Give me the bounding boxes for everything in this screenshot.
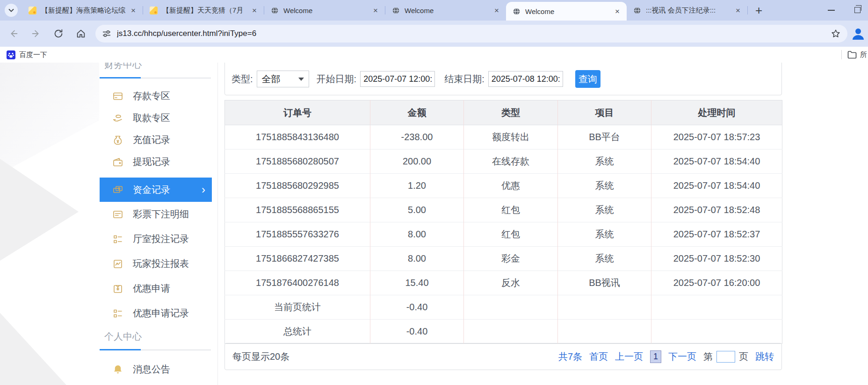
- current-page-badge[interactable]: 1: [650, 350, 661, 363]
- sidebar-item-label: 消息公告: [133, 363, 170, 376]
- tab-search-button[interactable]: [5, 4, 18, 17]
- window-minimize-button[interactable]: [828, 10, 835, 11]
- new-tab-button[interactable]: +: [755, 4, 762, 16]
- sidebar-item-lottery-bet-details[interactable]: 彩票下注明细: [100, 202, 212, 227]
- jump-suffix-label: 页: [739, 350, 748, 363]
- table-row: 1751885843136480 -238.00 额度转出 BB平台 2025-…: [225, 125, 782, 150]
- tab-close-icon[interactable]: ×: [250, 6, 259, 15]
- sidebar-item-recharge-records[interactable]: 充值记录: [100, 129, 212, 151]
- sidebar-item-withdraw-zone[interactable]: 取款专区: [100, 107, 212, 129]
- list-icon: [112, 308, 123, 319]
- bookmark-label: 百度一下: [19, 50, 47, 59]
- type-select-value: 全部: [262, 73, 298, 86]
- cell-amount: 1.20: [370, 174, 464, 198]
- globe-icon: [513, 7, 521, 15]
- browser-window: 【新提醒】海燕策略论坛综 × 【新提醒】天天竞猜（7月 × Welcome × …: [0, 0, 868, 385]
- home-button[interactable]: [75, 28, 87, 40]
- chevron-right-icon: ›: [202, 184, 205, 195]
- tab-close-icon[interactable]: ×: [371, 6, 380, 15]
- prev-page-link[interactable]: 上一页: [615, 350, 643, 363]
- profile-avatar-icon[interactable]: [851, 27, 865, 41]
- page-jump-group: 第 页: [703, 350, 748, 363]
- bank-card-icon: [112, 91, 123, 102]
- bookmarks-overflow[interactable]: 所: [841, 50, 868, 59]
- sidebar-item-label: 彩票下注明细: [133, 208, 189, 221]
- cell-order-no: 1751885843136480: [225, 125, 370, 150]
- window-restore-button[interactable]: [854, 7, 861, 13]
- tab-4[interactable]: Welcome ×: [385, 0, 506, 21]
- home-icon: [76, 29, 86, 39]
- tab-title: Welcome: [525, 7, 613, 15]
- tab-close-icon[interactable]: ×: [492, 6, 501, 15]
- sidebar-item-label: 资金记录: [133, 184, 170, 196]
- sidebar-item-deposit-zone[interactable]: 存款专区: [100, 85, 212, 107]
- table-row: 1751885680280507 200.00 在线存款 系统 2025-07-…: [225, 150, 782, 174]
- site-info-icon[interactable]: [102, 29, 111, 38]
- tab-3[interactable]: Welcome ×: [264, 0, 385, 21]
- page-jump-input[interactable]: [716, 351, 735, 363]
- start-date-label: 开始日期:: [317, 73, 357, 86]
- reload-button[interactable]: [52, 28, 65, 40]
- bell-icon: [112, 364, 123, 375]
- sidebar-item-withdrawal-records[interactable]: 提现记录: [100, 151, 212, 173]
- cell-amount: 15.40: [370, 271, 464, 295]
- col-header-amount: 金额: [370, 100, 464, 125]
- sidebar-item-message-announcements[interactable]: 消息公告: [100, 357, 212, 382]
- cell-project: 系统: [558, 222, 651, 247]
- col-header-project: 项目: [558, 100, 651, 125]
- sidebar-item-promo-apply-records[interactable]: 优惠申请记录: [100, 301, 212, 326]
- back-button[interactable]: [7, 28, 20, 40]
- filter-bar: 类型: 全部 开始日期: 结束日期: 查询: [224, 63, 782, 95]
- cell-amount: 5.00: [370, 198, 464, 222]
- search-button[interactable]: 查询: [575, 70, 600, 88]
- next-page-link[interactable]: 下一页: [668, 350, 696, 363]
- jump-button[interactable]: 跳转: [755, 350, 774, 363]
- end-date-label: 结束日期:: [444, 73, 485, 86]
- tab-2[interactable]: 【新提醒】天天竞猜（7月 ×: [143, 0, 264, 21]
- url-text[interactable]: js13.cc/hhcp/usercenter.html?iniType=6: [117, 29, 831, 38]
- wallet-icon: [112, 157, 123, 168]
- bookmarks-bar: 百度一下 所: [0, 47, 868, 63]
- tab-5-active[interactable]: Welcome ×: [506, 2, 627, 21]
- background-decor-triangle: [0, 313, 91, 385]
- cell-project: BB视讯: [558, 271, 651, 295]
- type-select[interactable]: 全部: [257, 71, 309, 87]
- sidebar-item-profile-clipped[interactable]: 个人资料: [100, 382, 212, 385]
- cell-empty: [558, 320, 651, 344]
- sidebar-item-player-bet-report[interactable]: 玩家投注报表: [100, 251, 212, 276]
- cell-type: 在线存款: [464, 150, 558, 174]
- sidebar-item-funds-records[interactable]: 资金记录 ›: [100, 178, 212, 202]
- background-decor-triangle: [0, 159, 79, 261]
- forward-icon: [31, 29, 41, 39]
- bookmark-baidu[interactable]: 百度一下: [7, 50, 47, 59]
- list-icon: [112, 234, 123, 245]
- cell-type: 额度转出: [464, 125, 558, 150]
- cell-type: 红包: [464, 198, 558, 222]
- start-date-input[interactable]: [360, 71, 435, 87]
- first-page-link[interactable]: 首页: [589, 350, 608, 363]
- end-date-input[interactable]: [488, 71, 563, 87]
- tab-close-icon[interactable]: ×: [129, 6, 138, 15]
- tab-strip: 【新提醒】海燕策略论坛综 × 【新提醒】天天竞猜（7月 × Welcome × …: [0, 0, 868, 21]
- col-header-type: 类型: [464, 100, 558, 125]
- cell-project: BB平台: [558, 125, 651, 150]
- sidebar-item-label: 优惠申请记录: [133, 307, 189, 320]
- table-row: 1751885680292985 1.20 优惠 系统 2025-07-07 1…: [225, 174, 782, 198]
- sidebar-item-promo-apply[interactable]: 优惠申请: [100, 276, 212, 301]
- gift-yen-icon: [112, 283, 123, 294]
- cell-label: 当前页统计: [225, 295, 370, 320]
- tab-6[interactable]: :::视讯 会员下注纪录::: ×: [627, 0, 747, 21]
- pagination-bar: 每页显示20条 共7条 首页 上一页 1 下一页 第 页 跳转: [224, 343, 782, 370]
- forward-button[interactable]: [30, 28, 42, 40]
- tab-close-icon[interactable]: ×: [733, 6, 743, 15]
- sidebar-item-label: 充值记录: [133, 134, 170, 146]
- cell-order-no: 1751866827427385: [225, 247, 370, 271]
- tab-title: Welcome: [405, 7, 492, 14]
- address-bar[interactable]: js13.cc/hhcp/usercenter.html?iniType=6: [95, 25, 847, 43]
- cell-order-no: 1751885557633276: [225, 222, 370, 247]
- sidebar-item-hall-bet-records[interactable]: 厅室投注记录: [100, 227, 212, 251]
- bookmark-star-icon[interactable]: [831, 29, 841, 39]
- tab-close-icon[interactable]: ×: [613, 7, 622, 16]
- tab-1[interactable]: 【新提醒】海燕策略论坛综 ×: [22, 0, 143, 21]
- cell-amount: 200.00: [370, 150, 464, 174]
